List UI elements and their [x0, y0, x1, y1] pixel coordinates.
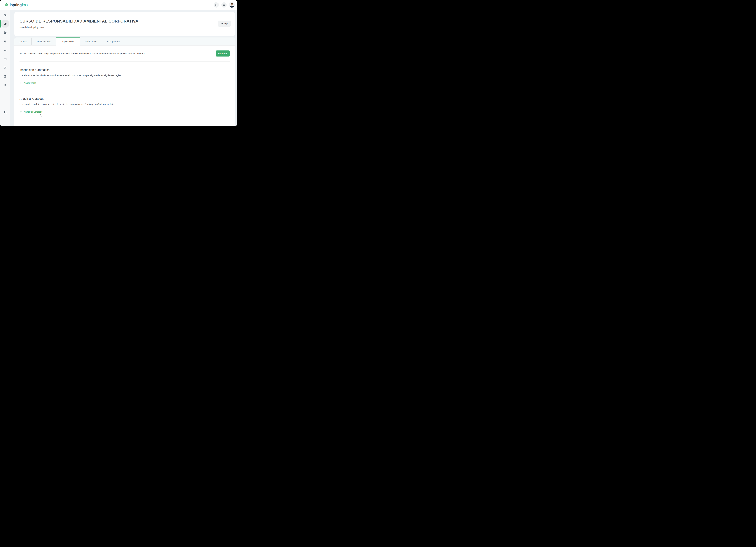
add-to-catalog-link[interactable]: Añadir al Catálogo [20, 111, 42, 113]
bar-chart-icon [3, 49, 7, 52]
notifications-button[interactable] [221, 2, 227, 8]
section-description: Los alumnos se inscribirán automáticamen… [20, 74, 230, 77]
tab-content: En esta sección, puede elegir los paráme… [14, 46, 235, 126]
section-title: Añadir al Catálogo [20, 97, 230, 101]
sidebar-item-users[interactable] [0, 37, 10, 46]
ispring-lms-logo[interactable]: ispringlms [5, 3, 28, 7]
intro-row: En esta sección, puede elegir los paráme… [20, 46, 230, 57]
add-rule-link[interactable]: Añadir regla [20, 82, 36, 84]
plus-icon [20, 82, 22, 84]
course-header-card: CURSO DE RESPONSABILIDAD AMBIENTAL CORPO… [14, 12, 235, 36]
info-card-icon [3, 57, 7, 61]
users-icon [3, 40, 7, 43]
tab-notificaciones[interactable]: Notificaciones [32, 37, 56, 46]
apps-plus-icon [3, 111, 7, 114]
logo-text: ispringlms [10, 3, 28, 7]
divider [20, 119, 230, 119]
sidebar-item-courses[interactable] [0, 20, 10, 28]
sidebar-item-questions[interactable] [0, 63, 10, 72]
bell-icon [222, 3, 226, 7]
main-area: CURSO DE RESPONSABILIDAD AMBIENTAL CORPO… [10, 10, 237, 126]
tab-disponibilidad[interactable]: Disponibilidad [56, 37, 80, 46]
top-header: ispringlms [0, 0, 237, 10]
tab-finalizacion[interactable]: Finalización [80, 37, 102, 46]
save-button[interactable]: Guardar [216, 50, 230, 57]
auto-enrollment-section: Inscripción automática Los alumnos se in… [20, 62, 230, 90]
more-ellipsis-icon [3, 92, 7, 96]
sidebar-item-info[interactable] [0, 55, 10, 63]
user-avatar[interactable] [229, 2, 235, 8]
sidebar-item-apps[interactable] [0, 108, 10, 117]
ispring-flower-icon [5, 3, 9, 7]
view-button[interactable]: Ver [218, 21, 231, 27]
sidebar-item-calendar[interactable] [0, 28, 10, 37]
clipboard-check-icon [3, 75, 7, 78]
app-window: ispringlms [0, 0, 237, 126]
chat-icon [215, 3, 218, 7]
settings-card: General Notificaciones Disponibilidad Fi… [14, 37, 235, 126]
home-icon [3, 13, 7, 17]
question-chat-icon [3, 66, 7, 69]
sidebar-nav [0, 10, 10, 126]
section-intro-text: En esta sección, puede elegir los paráme… [20, 52, 146, 55]
sidebar-item-home[interactable] [0, 11, 10, 20]
section-description: Los usuarios podrán encontrar este eleme… [20, 103, 230, 106]
section-title: Inscripción automática [20, 68, 230, 72]
tab-bar-filler [125, 37, 235, 46]
add-to-catalog-section: Añadir al Catálogo Los usuarios podrán e… [20, 90, 230, 119]
user-sync-icon [3, 84, 7, 87]
calendar-icon [3, 31, 7, 34]
sidebar-item-assignments[interactable] [0, 72, 10, 81]
tab-bar: General Notificaciones Disponibilidad Fi… [14, 37, 235, 46]
tab-inscripciones[interactable]: Inscripciones [102, 37, 125, 46]
page-subtitle: Material de iSpring Suite [20, 26, 231, 29]
active-indicator [0, 20, 1, 28]
tab-general[interactable]: General [14, 37, 32, 46]
sidebar-item-reports[interactable] [0, 46, 10, 55]
sidebar-item-more[interactable] [0, 90, 10, 98]
sidebar-item-support[interactable] [0, 81, 10, 90]
header-actions [214, 2, 235, 8]
chat-button[interactable] [214, 2, 219, 8]
book-icon [3, 22, 7, 26]
play-icon [221, 23, 223, 25]
plus-icon [20, 111, 22, 113]
page-title: CURSO DE RESPONSABILIDAD AMBIENTAL CORPO… [20, 19, 231, 24]
